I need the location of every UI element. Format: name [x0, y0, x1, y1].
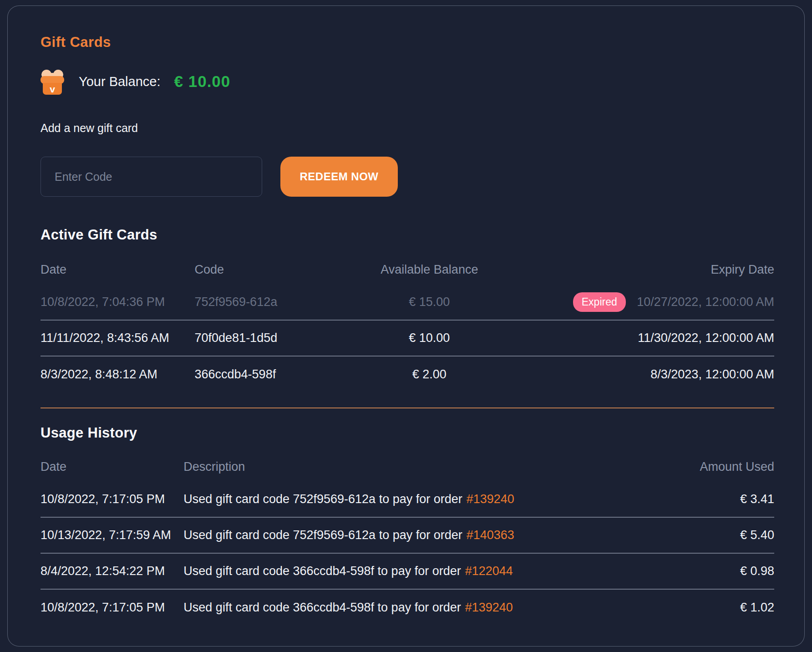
cell-amount: € 3.41	[657, 481, 774, 517]
balance-row: v Your Balance: € 10.00	[41, 68, 774, 95]
expired-status-badge: Expired	[573, 292, 626, 312]
cell-code: 752f9569-612a	[195, 284, 349, 320]
table-row: 10/8/2022, 7:17:05 PM Used gift card cod…	[41, 589, 774, 625]
cell-description: Used gift card code 366ccdb4-598f to pay…	[183, 589, 657, 625]
cell-amount: € 1.02	[657, 589, 774, 625]
usage-history-heading: Usage History	[41, 425, 774, 441]
cell-expiry: 8/3/2023, 12:00:00 AM	[510, 356, 774, 392]
usage-table-header: Date Description Amount Used	[41, 452, 774, 481]
cell-date: 10/8/2022, 7:17:05 PM	[41, 589, 183, 625]
column-header-expiry-date: Expiry Date	[510, 255, 774, 284]
column-header-code: Code	[195, 255, 349, 284]
cell-amount: € 5.40	[657, 517, 774, 553]
table-row: 10/8/2022, 7:17:05 PM Used gift card cod…	[41, 481, 774, 517]
page-title: Gift Cards	[41, 34, 774, 51]
cell-balance: € 10.00	[349, 320, 510, 356]
table-row: 8/3/2022, 8:48:12 AM 366ccdb4-598f € 2.0…	[41, 356, 774, 392]
active-gift-cards-table: Date Code Available Balance Expiry Date …	[41, 255, 774, 392]
cell-expiry: 11/30/2022, 12:00:00 AM	[510, 320, 774, 356]
cell-description: Used gift card code 366ccdb4-598f to pay…	[183, 553, 657, 589]
cell-date: 10/13/2022, 7:17:59 AM	[41, 517, 183, 553]
cell-date: 11/11/2022, 8:43:56 AM	[41, 320, 195, 356]
gift-box-icon: v	[41, 68, 64, 95]
cell-date: 10/8/2022, 7:17:05 PM	[41, 481, 183, 517]
section-divider	[41, 408, 774, 408]
cell-date: 8/3/2022, 8:48:12 AM	[41, 356, 195, 392]
column-header-description: Description	[183, 452, 657, 481]
active-table-header: Date Code Available Balance Expiry Date	[41, 255, 774, 284]
cell-balance: € 15.00	[349, 284, 510, 320]
order-number-link[interactable]: #139240	[465, 601, 513, 614]
active-gift-cards-heading: Active Gift Cards	[41, 227, 774, 243]
balance-amount: € 10.00	[174, 72, 231, 91]
redeem-row: REDEEM NOW	[41, 157, 774, 197]
add-card-label: Add a new gift card	[41, 122, 774, 135]
cell-code: 366ccdb4-598f	[195, 356, 349, 392]
cell-date: 10/8/2022, 7:04:36 PM	[41, 284, 195, 320]
order-number-link[interactable]: #139240	[467, 492, 514, 506]
table-row: 10/8/2022, 7:04:36 PM 752f9569-612a € 15…	[41, 284, 774, 320]
usage-history-table: Date Description Amount Used 10/8/2022, …	[41, 452, 774, 625]
cell-balance: € 2.00	[349, 356, 510, 392]
cell-description: Used gift card code 752f9569-612a to pay…	[183, 517, 657, 553]
cell-expiry: Expired 10/27/2022, 12:00:00 AM	[510, 284, 774, 320]
cell-code: 70f0de81-1d5d	[195, 320, 349, 356]
table-row: 8/4/2022, 12:54:22 PM Used gift card cod…	[41, 553, 774, 589]
cell-date: 8/4/2022, 12:54:22 PM	[41, 553, 183, 589]
order-number-link[interactable]: #122044	[465, 564, 513, 578]
redeem-now-button[interactable]: REDEEM NOW	[280, 157, 398, 197]
column-header-date: Date	[41, 452, 183, 481]
column-header-available-balance: Available Balance	[349, 255, 510, 284]
column-header-date: Date	[41, 255, 195, 284]
cell-amount: € 0.98	[657, 553, 774, 589]
gift-card-code-input[interactable]	[41, 157, 262, 197]
table-row: 11/11/2022, 8:43:56 AM 70f0de81-1d5d € 1…	[41, 320, 774, 356]
cell-description: Used gift card code 752f9569-612a to pay…	[183, 481, 657, 517]
gift-cards-panel: Gift Cards v Your Balance: € 10.00 Add a…	[7, 5, 805, 647]
column-header-amount-used: Amount Used	[657, 452, 774, 481]
balance-label: Your Balance:	[79, 74, 161, 89]
order-number-link[interactable]: #140363	[467, 528, 514, 542]
table-row: 10/13/2022, 7:17:59 AM Used gift card co…	[41, 517, 774, 553]
